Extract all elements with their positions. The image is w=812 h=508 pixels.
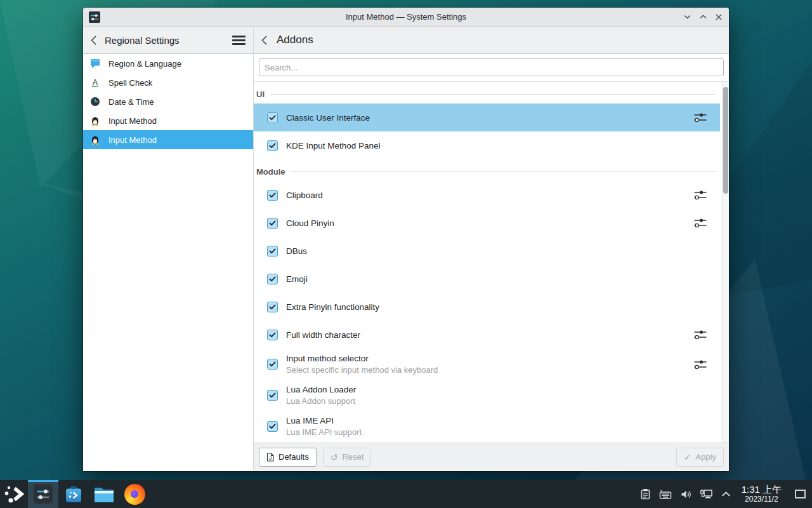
apply-label: Apply — [695, 452, 716, 462]
sidebar-item[interactable]: Date & Time — [83, 92, 253, 111]
addon-label: DBus — [286, 246, 307, 256]
reset-button[interactable]: ↺ Reset — [323, 448, 372, 467]
addon-checkbox[interactable] — [267, 112, 278, 123]
addon-row[interactable]: Cloud Pinyin — [254, 209, 720, 237]
configure-button[interactable] — [693, 189, 709, 201]
addon-label: KDE Input Method Panel — [286, 141, 381, 150]
page-title: Addons — [277, 34, 313, 46]
keyboard-tray-icon[interactable] — [659, 489, 672, 500]
addon-label: Classic User Interface — [286, 113, 370, 123]
apply-button[interactable]: ✓ Apply — [676, 448, 724, 467]
defaults-button[interactable]: Defaults — [259, 448, 317, 467]
system-settings-window-icon — [88, 11, 101, 23]
sidebar-item[interactable]: A Spell Check — [83, 73, 253, 92]
footer-buttons: Defaults ↺ Reset ✓ Apply — [254, 443, 729, 471]
addon-checkbox[interactable] — [267, 190, 278, 201]
task-discover[interactable] — [58, 480, 89, 508]
addon-checkbox[interactable] — [267, 218, 278, 229]
sidebar-item-label: Input Method — [108, 116, 157, 126]
configure-button[interactable] — [693, 112, 709, 123]
addon-label: Full width character — [286, 330, 360, 340]
section-header: Module — [254, 164, 720, 178]
search-bar — [254, 54, 729, 82]
scrollbar-thumb[interactable] — [723, 87, 728, 194]
addon-subtitle: Lua IME API support — [286, 427, 362, 437]
addon-row[interactable]: Emoji — [254, 265, 720, 293]
addons-page: UI Classic User Interface KDE Input Meth… — [254, 54, 729, 471]
addon-row[interactable]: Classic User Interface — [254, 104, 720, 131]
titlebar[interactable]: Input Method — System Settings — [83, 8, 729, 27]
addon-subtitle: Select specific input method via keyboar… — [286, 365, 438, 375]
search-input[interactable] — [259, 58, 724, 76]
folder-icon — [93, 485, 115, 504]
defaults-icon — [266, 453, 274, 462]
date-time-icon — [90, 97, 100, 107]
maximize-button[interactable] — [698, 12, 708, 22]
close-button[interactable] — [714, 12, 724, 22]
addon-list: UI Classic User Interface KDE Input Meth… — [254, 82, 729, 443]
addon-subtitle: Lua Addon support — [286, 396, 356, 406]
sidebar-header: Regional Settings — [83, 27, 254, 53]
addon-checkbox[interactable] — [267, 246, 278, 257]
section-title: Module — [256, 167, 285, 177]
scrollbar[interactable] — [722, 82, 729, 443]
reset-label: Reset — [342, 452, 363, 462]
section-title: UI — [256, 90, 265, 99]
sidebar-item[interactable]: Region & Language — [83, 54, 253, 73]
show-desktop-button[interactable] — [795, 490, 806, 498]
addon-label: Lua Addon Loader — [286, 385, 356, 394]
addon-row[interactable]: Full width character — [254, 321, 720, 349]
sidebar-header-title: Regional Settings — [105, 35, 180, 46]
digital-clock[interactable]: 1:31 上午 2023/11/2 — [742, 485, 782, 504]
input-method-icon — [90, 135, 100, 145]
configure-button[interactable] — [693, 217, 709, 229]
addon-row[interactable]: Clipboard — [254, 181, 720, 209]
minimize-button[interactable] — [682, 12, 692, 22]
addon-row[interactable]: Lua Addon Loader Lua Addon support — [254, 380, 720, 411]
discover-icon — [63, 483, 84, 505]
addon-checkbox[interactable] — [267, 390, 278, 401]
sidebar-item[interactable]: Input Method — [83, 130, 253, 149]
hamburger-menu-button[interactable] — [232, 36, 246, 45]
addon-checkbox[interactable] — [267, 359, 278, 370]
addon-label: Emoji — [286, 274, 308, 284]
addon-row[interactable]: Lua IME API Lua IME API support — [254, 411, 720, 442]
system-settings-icon — [32, 483, 54, 505]
addon-row[interactable]: Extra Pinyin functionality — [254, 293, 720, 321]
task-system-settings[interactable] — [28, 480, 58, 508]
configure-button[interactable] — [693, 329, 709, 340]
addon-checkbox[interactable] — [267, 302, 278, 312]
app-launcher-button[interactable] — [0, 480, 28, 508]
sidebar-item[interactable]: Input Method — [83, 111, 253, 130]
clock-date: 2023/11/2 — [745, 495, 778, 504]
tray-expander-caret-icon[interactable] — [721, 491, 731, 497]
addon-checkbox[interactable] — [267, 330, 278, 340]
toolbar: Regional Settings Addons — [83, 27, 729, 54]
addon-label: Extra Pinyin functionality — [286, 302, 379, 312]
svg-text:A: A — [93, 78, 98, 87]
addon-label: Lua IME API — [286, 416, 362, 425]
task-file-manager[interactable] — [89, 480, 119, 508]
apply-check-icon: ✓ — [684, 453, 691, 462]
clipboard-tray-icon[interactable] — [640, 488, 651, 500]
sidebar-back-button[interactable] — [91, 35, 98, 45]
addon-checkbox[interactable] — [267, 274, 278, 284]
section-divider — [291, 171, 717, 172]
addon-checkbox[interactable] — [267, 140, 278, 151]
addon-row[interactable]: Input method selector Select specific in… — [254, 349, 720, 380]
configure-button[interactable] — [693, 359, 709, 370]
volume-tray-icon[interactable] — [680, 489, 691, 500]
network-tray-icon[interactable] — [700, 488, 713, 500]
sidebar-item-label: Region & Language — [108, 59, 181, 69]
clock-time: 1:31 上午 — [742, 485, 782, 495]
window-title: Input Method — System Settings — [83, 12, 729, 22]
addon-row[interactable]: DBus — [254, 237, 720, 265]
app-launcher-icon — [3, 483, 25, 505]
addon-checkbox[interactable] — [267, 421, 278, 432]
system-settings-window: Input Method — System Settings Regional … — [83, 8, 729, 471]
content-back-button[interactable] — [261, 35, 269, 45]
section-divider — [270, 94, 716, 95]
task-firefox[interactable] — [119, 480, 150, 508]
defaults-label: Defaults — [278, 452, 309, 462]
addon-row[interactable]: KDE Input Method Panel — [254, 131, 720, 159]
